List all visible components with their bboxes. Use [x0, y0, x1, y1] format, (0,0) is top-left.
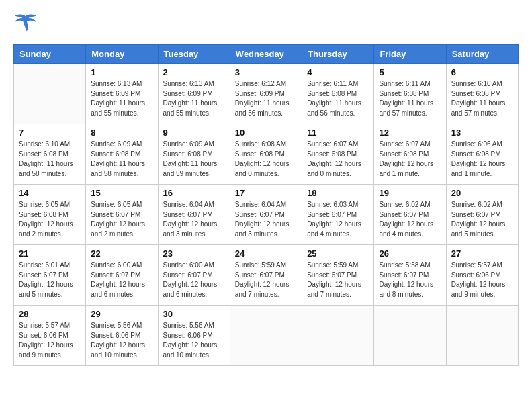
calendar-cell	[374, 306, 446, 366]
week-row: 28Sunrise: 5:57 AMSunset: 6:06 PMDayligh…	[14, 306, 519, 366]
calendar-cell: 9Sunrise: 6:09 AMSunset: 6:08 PMDaylight…	[158, 124, 230, 185]
day-info: Sunrise: 6:05 AMSunset: 6:07 PMDaylight:…	[91, 200, 152, 239]
day-info: Sunrise: 6:02 AMSunset: 6:07 PMDaylight:…	[451, 200, 513, 239]
calendar-cell: 1Sunrise: 6:13 AMSunset: 6:09 PMDaylight…	[86, 64, 158, 124]
day-number: 4	[307, 67, 369, 77]
day-number: 9	[163, 128, 225, 138]
day-info: Sunrise: 6:08 AMSunset: 6:08 PMDaylight:…	[235, 140, 297, 179]
calendar-cell: 27Sunrise: 5:57 AMSunset: 6:06 PMDayligh…	[446, 245, 518, 306]
calendar-cell: 28Sunrise: 5:57 AMSunset: 6:06 PMDayligh…	[14, 306, 86, 366]
week-row: 7Sunrise: 6:10 AMSunset: 6:08 PMDaylight…	[14, 124, 519, 185]
calendar-cell: 16Sunrise: 6:04 AMSunset: 6:07 PMDayligh…	[158, 185, 230, 245]
calendar-cell: 21Sunrise: 6:01 AMSunset: 6:07 PMDayligh…	[14, 245, 86, 306]
calendar-cell: 18Sunrise: 6:03 AMSunset: 6:07 PMDayligh…	[302, 185, 374, 245]
day-number: 27	[451, 248, 513, 259]
day-number: 16	[163, 188, 225, 198]
day-info: Sunrise: 6:13 AMSunset: 6:09 PMDaylight:…	[91, 79, 152, 118]
calendar-table: SundayMondayTuesdayWednesdayThursdayFrid…	[13, 44, 519, 366]
day-info: Sunrise: 6:04 AMSunset: 6:07 PMDaylight:…	[235, 200, 297, 239]
day-number: 23	[163, 248, 225, 259]
calendar-cell: 25Sunrise: 5:59 AMSunset: 6:07 PMDayligh…	[302, 245, 374, 306]
day-of-week-header: Tuesday	[158, 45, 230, 64]
calendar-cell: 23Sunrise: 6:00 AMSunset: 6:07 PMDayligh…	[158, 245, 230, 306]
calendar-cell: 22Sunrise: 6:00 AMSunset: 6:07 PMDayligh…	[86, 245, 158, 306]
calendar-cell: 24Sunrise: 5:59 AMSunset: 6:07 PMDayligh…	[230, 245, 302, 306]
day-number: 21	[19, 248, 81, 259]
day-number: 10	[235, 128, 297, 138]
calendar-cell: 14Sunrise: 6:05 AMSunset: 6:08 PMDayligh…	[14, 185, 86, 245]
week-row: 14Sunrise: 6:05 AMSunset: 6:08 PMDayligh…	[14, 185, 519, 245]
calendar-cell: 26Sunrise: 5:58 AMSunset: 6:07 PMDayligh…	[374, 245, 446, 306]
calendar-cell: 19Sunrise: 6:02 AMSunset: 6:07 PMDayligh…	[374, 185, 446, 245]
day-info: Sunrise: 6:07 AMSunset: 6:08 PMDaylight:…	[379, 140, 441, 179]
day-info: Sunrise: 6:07 AMSunset: 6:08 PMDaylight:…	[307, 140, 369, 179]
calendar-cell: 5Sunrise: 6:11 AMSunset: 6:08 PMDaylight…	[374, 64, 446, 124]
calendar-cell	[14, 64, 86, 124]
day-info: Sunrise: 6:00 AMSunset: 6:07 PMDaylight:…	[163, 261, 225, 300]
day-info: Sunrise: 5:56 AMSunset: 6:06 PMDaylight:…	[91, 321, 152, 360]
calendar-cell: 4Sunrise: 6:11 AMSunset: 6:08 PMDaylight…	[302, 64, 374, 124]
day-info: Sunrise: 5:58 AMSunset: 6:07 PMDaylight:…	[379, 261, 441, 300]
calendar-cell: 2Sunrise: 6:13 AMSunset: 6:09 PMDaylight…	[158, 64, 230, 124]
day-of-week-header: Saturday	[446, 45, 518, 64]
day-number: 26	[379, 248, 441, 259]
day-number: 20	[451, 188, 513, 198]
calendar-cell: 12Sunrise: 6:07 AMSunset: 6:08 PMDayligh…	[374, 124, 446, 185]
day-of-week-header: Wednesday	[230, 45, 302, 64]
day-of-week-header: Thursday	[302, 45, 374, 64]
calendar-cell: 11Sunrise: 6:07 AMSunset: 6:08 PMDayligh…	[302, 124, 374, 185]
day-number: 3	[235, 67, 297, 77]
day-info: Sunrise: 5:57 AMSunset: 6:06 PMDaylight:…	[19, 321, 81, 360]
day-info: Sunrise: 6:10 AMSunset: 6:08 PMDaylight:…	[451, 79, 513, 118]
day-info: Sunrise: 6:05 AMSunset: 6:08 PMDaylight:…	[19, 200, 81, 239]
day-info: Sunrise: 6:06 AMSunset: 6:08 PMDaylight:…	[451, 140, 513, 179]
day-info: Sunrise: 6:09 AMSunset: 6:08 PMDaylight:…	[91, 140, 152, 179]
day-info: Sunrise: 6:10 AMSunset: 6:08 PMDaylight:…	[19, 140, 81, 179]
day-info: Sunrise: 6:03 AMSunset: 6:07 PMDaylight:…	[307, 200, 369, 239]
day-info: Sunrise: 6:11 AMSunset: 6:08 PMDaylight:…	[379, 79, 441, 118]
day-info: Sunrise: 6:04 AMSunset: 6:07 PMDaylight:…	[163, 200, 225, 239]
day-of-week-header: Sunday	[14, 45, 86, 64]
calendar-cell: 7Sunrise: 6:10 AMSunset: 6:08 PMDaylight…	[14, 124, 86, 185]
day-info: Sunrise: 5:57 AMSunset: 6:06 PMDaylight:…	[451, 261, 513, 300]
day-number: 15	[91, 188, 152, 198]
calendar-cell: 15Sunrise: 6:05 AMSunset: 6:07 PMDayligh…	[86, 185, 158, 245]
day-number: 8	[91, 128, 152, 138]
logo	[13, 13, 40, 34]
day-number: 18	[307, 188, 369, 198]
calendar-cell: 8Sunrise: 6:09 AMSunset: 6:08 PMDaylight…	[86, 124, 158, 185]
day-number: 6	[451, 67, 513, 77]
day-number: 7	[19, 128, 81, 138]
calendar-cell: 29Sunrise: 5:56 AMSunset: 6:06 PMDayligh…	[86, 306, 158, 366]
calendar-cell: 30Sunrise: 5:56 AMSunset: 6:06 PMDayligh…	[158, 306, 230, 366]
day-info: Sunrise: 6:01 AMSunset: 6:07 PMDaylight:…	[19, 261, 81, 300]
day-number: 29	[91, 309, 152, 319]
week-row: 1Sunrise: 6:13 AMSunset: 6:09 PMDaylight…	[14, 64, 519, 124]
week-row: 21Sunrise: 6:01 AMSunset: 6:07 PMDayligh…	[14, 245, 519, 306]
day-info: Sunrise: 6:11 AMSunset: 6:08 PMDaylight:…	[307, 79, 369, 118]
day-info: Sunrise: 5:59 AMSunset: 6:07 PMDaylight:…	[235, 261, 297, 300]
day-number: 30	[163, 309, 225, 319]
calendar-cell: 10Sunrise: 6:08 AMSunset: 6:08 PMDayligh…	[230, 124, 302, 185]
day-of-week-header: Friday	[374, 45, 446, 64]
day-number: 13	[451, 128, 513, 138]
day-info: Sunrise: 6:12 AMSunset: 6:09 PMDaylight:…	[235, 79, 297, 118]
day-number: 28	[19, 309, 81, 319]
day-info: Sunrise: 5:59 AMSunset: 6:07 PMDaylight:…	[307, 261, 369, 300]
day-info: Sunrise: 6:09 AMSunset: 6:08 PMDaylight:…	[163, 140, 225, 179]
calendar-cell: 13Sunrise: 6:06 AMSunset: 6:08 PMDayligh…	[446, 124, 518, 185]
day-info: Sunrise: 6:13 AMSunset: 6:09 PMDaylight:…	[163, 79, 225, 118]
calendar-cell	[230, 306, 302, 366]
day-number: 17	[235, 188, 297, 198]
day-info: Sunrise: 6:02 AMSunset: 6:07 PMDaylight:…	[379, 200, 441, 239]
calendar-cell: 17Sunrise: 6:04 AMSunset: 6:07 PMDayligh…	[230, 185, 302, 245]
day-number: 22	[91, 248, 152, 259]
calendar-cell: 20Sunrise: 6:02 AMSunset: 6:07 PMDayligh…	[446, 185, 518, 245]
calendar-cell: 3Sunrise: 6:12 AMSunset: 6:09 PMDaylight…	[230, 64, 302, 124]
day-number: 5	[379, 67, 441, 77]
calendar-body: 1Sunrise: 6:13 AMSunset: 6:09 PMDaylight…	[14, 64, 519, 366]
calendar-cell	[302, 306, 374, 366]
page-header	[13, 13, 519, 34]
day-number: 12	[379, 128, 441, 138]
calendar-header: SundayMondayTuesdayWednesdayThursdayFrid…	[14, 45, 519, 64]
